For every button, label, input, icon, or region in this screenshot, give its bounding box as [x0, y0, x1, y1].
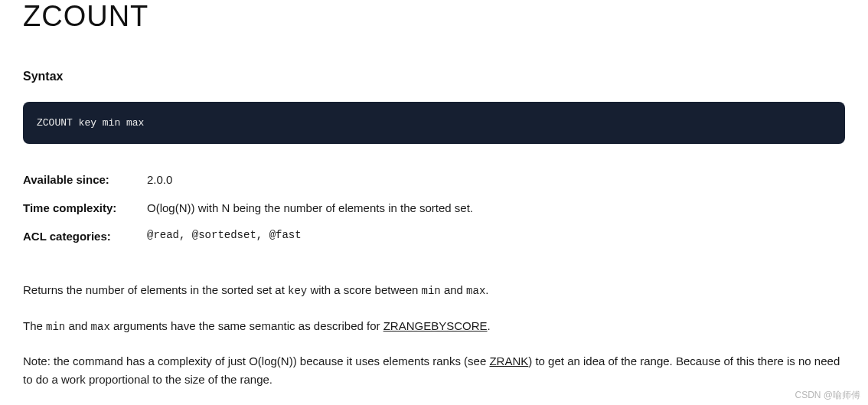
inline-code-key: key	[288, 285, 307, 297]
description: Returns the number of elements in the so…	[23, 281, 845, 388]
meta-label: ACL categories:	[23, 228, 147, 244]
inline-code-max: max	[91, 321, 110, 333]
watermark: CSDN @喻师傅	[795, 389, 860, 402]
meta-value: @read, @sortedset, @fast	[147, 228, 302, 244]
meta-value: 2.0.0	[147, 171, 172, 188]
inline-code-max: max	[466, 285, 485, 297]
meta-row-acl-categories: ACL categories: @read, @sortedset, @fast	[23, 228, 845, 244]
meta-table: Available since: 2.0.0 Time complexity: …	[23, 171, 845, 244]
syntax-code-block: ZCOUNT key min max	[23, 102, 845, 144]
link-zrank[interactable]: ZRANK	[489, 354, 528, 367]
page-title: ZCOUNT	[23, 0, 845, 33]
description-paragraph: The min and max arguments have the same …	[23, 317, 845, 336]
inline-code-min: min	[422, 285, 441, 297]
syntax-heading: Syntax	[23, 70, 845, 83]
meta-label: Available since:	[23, 171, 147, 188]
meta-row-available-since: Available since: 2.0.0	[23, 171, 845, 188]
inline-code-min: min	[46, 321, 65, 333]
description-paragraph: Returns the number of elements in the so…	[23, 281, 845, 300]
meta-value: O(log(N)) with N being the number of ele…	[147, 200, 473, 216]
meta-row-time-complexity: Time complexity: O(log(N)) with N being …	[23, 200, 845, 216]
link-zrangebyscore[interactable]: ZRANGEBYSCORE	[383, 319, 488, 332]
meta-label: Time complexity:	[23, 200, 147, 216]
description-paragraph: Note: the command has a complexity of ju…	[23, 352, 845, 388]
